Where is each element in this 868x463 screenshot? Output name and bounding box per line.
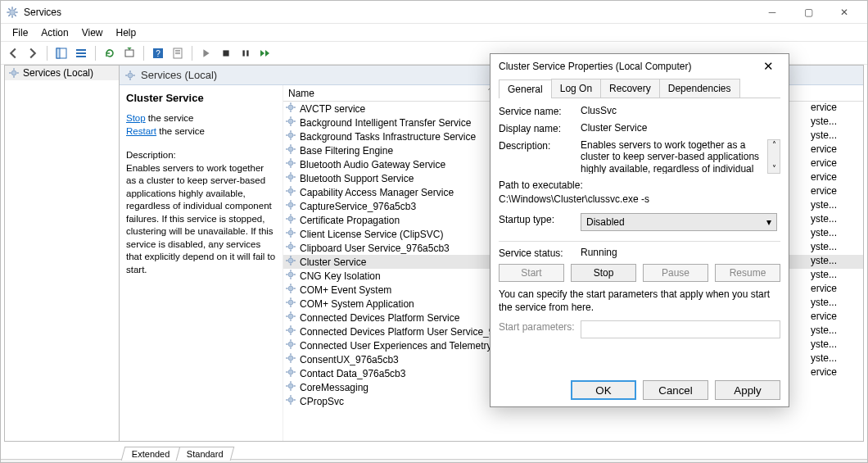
restart-service-button[interactable] [256,44,274,62]
gear-icon [285,338,296,352]
window-maximize-button[interactable]: ▢ [790,1,826,24]
dialog-close-button[interactable]: ✕ [757,56,780,77]
gear-icon [285,255,296,269]
svg-point-134 [288,384,293,388]
list-item-label: AVCTP service [300,103,365,115]
svg-point-114 [288,328,293,333]
list-item-label: Background Intelligent Transfer Service [300,117,471,129]
show-hide-tree-button[interactable] [52,44,70,62]
back-button[interactable] [4,44,22,62]
svg-point-119 [288,342,293,347]
gear-icon [285,352,296,366]
apply-button[interactable]: Apply [715,380,780,400]
start-params-input[interactable] [581,320,780,338]
svg-point-84 [288,244,293,249]
details-button[interactable] [72,44,90,62]
pane-tabs: Extended Standard [1,442,867,460]
bg-logonas-fragment: yste... [811,338,863,352]
label-description: Description: [499,139,581,152]
refresh-button[interactable] [101,44,119,62]
forward-button[interactable] [24,44,42,62]
pane-title: Services (Local) [141,69,217,81]
list-item-label: Certificate Propagation [300,215,400,226]
menu-file[interactable]: File [6,25,34,40]
dialog-tabs: General Log On Recovery Dependencies [499,79,780,98]
tab-extended[interactable]: Extended [121,447,181,461]
cancel-button[interactable]: Cancel [643,380,708,400]
svg-point-94 [288,272,293,277]
bg-logonas-fragment: yste... [811,227,863,241]
window-minimize-button[interactable]: ─ [754,1,790,24]
window-title: Services [24,7,754,18]
gear-icon [285,116,296,129]
svg-point-74 [288,216,293,221]
list-item-label: Cluster Service [300,256,366,268]
description-scrollbar[interactable]: ˄˅ [767,139,780,174]
gear-icon [285,227,296,241]
tab-log-on[interactable]: Log On [551,79,601,98]
bg-logonas-fragment: ervice [811,283,863,297]
window-close-button[interactable]: ✕ [826,1,862,24]
gear-icon [285,185,296,199]
titlebar: Services ─ ▢ ✕ [1,1,867,24]
start-params-hint: You can specify the start parameters tha… [499,288,780,314]
gear-icon [285,143,296,157]
svg-point-34 [288,105,293,110]
bg-logonas-fragment: yste... [811,255,863,269]
toolbar-sep-4 [192,46,192,61]
col-header-name[interactable]: Name ˆ [283,88,496,99]
pause-service-button[interactable] [237,44,255,62]
restart-service-link[interactable]: Restart [126,126,156,136]
svg-rect-23 [246,50,248,56]
tree-root-label: Services (Local) [23,67,93,79]
list-item-label: Connected User Experiences and Telemetry [300,340,492,352]
svg-line-8 [15,8,16,10]
start-service-button[interactable] [197,44,215,62]
stop-service-link[interactable]: Stop [126,113,146,123]
gear-icon [285,241,296,255]
gear-icon [8,67,20,79]
value-display-name: Cluster Service [581,122,780,134]
startup-type-select[interactable]: Disabled ▾ [581,213,777,231]
gear-icon [285,311,296,325]
tab-general[interactable]: General [499,79,552,98]
stop-service-button[interactable] [217,44,235,62]
svg-rect-19 [175,52,180,52]
bg-logonas-fragment: ervice [811,311,863,325]
menubar: File Action View Help [1,24,867,42]
bg-logonas-fragment: ervice [811,102,863,116]
svg-rect-21 [223,50,228,56]
menu-help[interactable]: Help [110,25,143,40]
svg-point-64 [288,188,293,193]
tab-recovery[interactable]: Recovery [600,79,660,98]
export-button[interactable] [120,44,138,62]
bg-logonas-fragment: yste... [811,129,863,143]
properties-button[interactable] [169,44,187,62]
tab-dependencies[interactable]: Dependencies [659,79,740,98]
bg-logonas-fragment: ervice [811,185,863,199]
bg-logonas-fragment: yste... [811,297,863,311]
toolbar-sep-3 [143,46,144,61]
list-item-label: COM+ Event System [300,284,391,296]
gear-icon [285,283,296,297]
svg-rect-14 [125,50,133,57]
menu-view[interactable]: View [75,25,110,40]
menu-action[interactable]: Action [34,25,75,40]
bg-logonas-fragment: ervice [811,366,863,380]
help-button[interactable]: ? [149,44,167,62]
svg-point-139 [288,397,293,402]
ok-button[interactable]: OK [571,380,636,400]
svg-rect-11 [76,49,86,51]
list-item-label: CPropSvc [300,396,344,407]
gear-icon [285,325,296,338]
svg-rect-12 [76,52,86,54]
description-text: Enables servers to work together as a cl… [126,162,276,277]
gear-icon [285,394,296,408]
dialog-titlebar: Cluster Service Properties (Local Comput… [491,54,789,79]
tab-standard[interactable]: Standard [176,447,234,461]
svg-point-69 [288,202,293,207]
detail-column: Cluster Service Stop the service Restart… [120,85,283,441]
stop-button[interactable]: Stop [571,264,636,282]
tree-root[interactable]: Services (Local) [5,66,119,80]
svg-line-7 [8,14,10,16]
